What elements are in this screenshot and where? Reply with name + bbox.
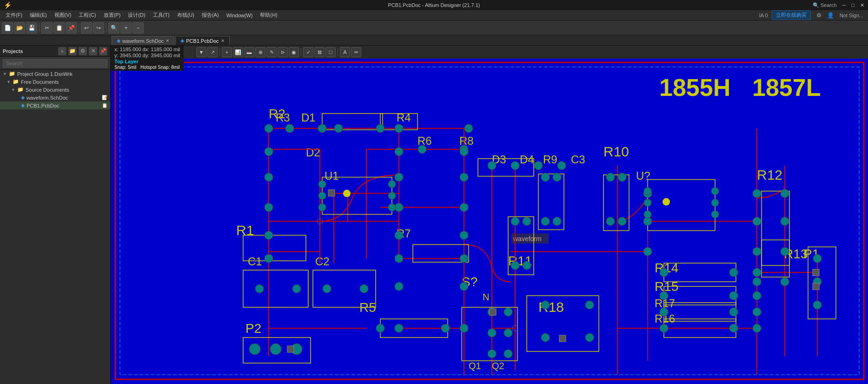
svg-point-98 [265, 173, 273, 182]
menu-item-place[interactable]: 放置(P) [100, 11, 125, 20]
svg-point-189 [323, 284, 331, 293]
tree-item-pcb1-pcbdoc[interactable]: ▶ ◈ PCB1.PcbDoc 📋 [0, 101, 110, 109]
svg-point-139 [523, 261, 531, 269]
pcb-chart-button[interactable]: 📊 [233, 47, 243, 57]
svg-point-137 [523, 217, 531, 226]
svg-point-165 [318, 204, 326, 211]
copy-button[interactable]: 📋 [53, 22, 65, 34]
pcb-drc-button[interactable]: ⊠ [314, 47, 325, 57]
main-content: Projects + 📁 ⚙ ✕ 📌 ▼ 📁 Project Group 1.D… [0, 46, 868, 384]
svg-point-107 [395, 148, 403, 156]
menu-item-design[interactable]: 设计(D) [124, 11, 149, 20]
svg-point-169 [644, 188, 651, 195]
pcb-net-button[interactable]: ↗ [207, 47, 218, 57]
open-file-button[interactable]: 📂 [14, 22, 25, 34]
svg-point-118 [460, 173, 468, 182]
undo-button[interactable]: ↩ [81, 22, 92, 34]
svg-text:U?: U? [636, 169, 650, 182]
tree-file-icon-waveform: 📝 [102, 95, 107, 100]
zoom-button[interactable]: 🔍 [108, 22, 119, 34]
pcb-text-button[interactable]: A [340, 47, 350, 57]
pcb-via-button[interactable]: ◉ [289, 47, 299, 57]
zoom-out-button[interactable]: − [133, 22, 144, 34]
pcb-rect-button[interactable]: ▬ [244, 47, 254, 57]
svg-point-193 [541, 301, 550, 309]
svg-point-119 [460, 203, 468, 212]
svg-point-133 [618, 173, 626, 182]
svg-point-191 [376, 324, 384, 332]
svg-point-104 [334, 124, 343, 133]
svg-rect-203 [813, 283, 819, 290]
tab-pcb1-close[interactable]: ✕ [221, 38, 225, 43]
sidebar-new-button[interactable]: + [58, 47, 66, 55]
svg-text:R9: R9 [543, 153, 557, 166]
pcb-3d-button[interactable]: □ [325, 47, 336, 57]
tab-pcb1-pcbdoc[interactable]: ◈ PCB1.PcbDoc ✕ [175, 36, 229, 45]
tree-label-waveform: waveform.SchDoc [27, 95, 68, 101]
svg-point-158 [488, 350, 496, 358]
redo-button[interactable]: ↪ [93, 22, 104, 34]
menu-item-tools[interactable]: 工具(T) [149, 11, 173, 20]
toolbar-separator-3 [106, 23, 106, 33]
menu-item-project[interactable]: 工程(C) [75, 11, 99, 20]
pcb-add-button[interactable]: + [222, 47, 232, 57]
menu-item-help[interactable]: 帮助(H) [256, 11, 281, 20]
tab-waveform-schdoc[interactable]: ◈ waveform.SchDoc ✕ [112, 36, 174, 45]
tab-waveform-close[interactable]: ✕ [166, 38, 169, 43]
pcb-canvas[interactable]: 1855H 1857L R3 D1 R4 R6 R8 D2 R2 D3 D4 [111, 59, 868, 384]
tree-icon-waveform: ◈ [21, 94, 25, 101]
settings-icon[interactable]: ⚙ [814, 12, 824, 19]
title-bar-title: PCB1.PcbDoc - Altium Designer (21.7.1) [143, 2, 725, 8]
pcb-component-button[interactable]: ⊕ [255, 47, 265, 57]
menu-item-file[interactable]: 文件(F) [2, 11, 26, 20]
save-button[interactable]: 💾 [26, 22, 37, 34]
svg-text:P2: P2 [245, 321, 261, 336]
menu-item-view[interactable]: 视图(V) [51, 11, 75, 20]
tab-waveform-icon: ◈ [117, 38, 120, 44]
tree-item-project-group[interactable]: ▼ 📁 Project Group 1.DsnWrk [0, 70, 110, 78]
svg-point-147 [781, 189, 789, 198]
sidebar-icon-group: + 📁 ⚙ ✕ 📌 [58, 47, 107, 55]
pcb-check-button[interactable]: ✓ [303, 47, 313, 57]
menu-item-window[interactable]: Window(W) [223, 12, 257, 19]
sidebar-search-input[interactable] [3, 59, 107, 67]
online-purchase-button[interactable]: 立即在线购买 [772, 10, 811, 20]
tab-bar: ◈ waveform.SchDoc ✕ ◈ PCB1.PcbDoc ✕ [0, 35, 868, 46]
menu-item-report[interactable]: 报告(A) [198, 11, 223, 20]
pcb-area[interactable]: x: 1185.000 dx: 1185.000 mil y: 3945.000… [111, 46, 868, 384]
menu-item-edit[interactable]: 编辑(E) [26, 11, 51, 20]
tree-file-icon-pcb1: 📋 [102, 103, 107, 108]
paste-button[interactable]: 📌 [66, 22, 77, 34]
pcb-draw-button[interactable]: ✎ [266, 47, 277, 57]
svg-point-113 [395, 324, 403, 332]
tree-label-free-docs: Free Documents [21, 79, 59, 85]
sidebar-settings-button[interactable]: ⚙ [79, 47, 87, 55]
pcb-measure-button[interactable]: ⊳ [278, 47, 288, 57]
cut-button[interactable]: ✂ [41, 22, 53, 34]
svg-point-114 [418, 145, 426, 154]
new-file-button[interactable]: 📄 [2, 22, 13, 34]
pcb-pen-button[interactable]: ✏ [351, 47, 361, 57]
svg-rect-200 [490, 309, 496, 315]
zoom-in-button[interactable]: + [120, 22, 132, 34]
sidebar-pin-button[interactable]: 📌 [99, 47, 107, 55]
svg-point-117 [460, 148, 468, 156]
svg-text:Q2: Q2 [492, 361, 504, 371]
maximize-button[interactable]: □ [851, 2, 855, 8]
sidebar-folder-button[interactable]: 📁 [68, 47, 77, 55]
svg-point-175 [660, 268, 668, 276]
tree-item-source-docs[interactable]: ▼ 📁 Source Documents [0, 86, 110, 94]
menu-bar: 文件(F) 编辑(E) 视图(V) 工程(C) 放置(P) 设计(D) 工具(T… [0, 10, 868, 20]
minimize-button[interactable]: ─ [842, 2, 846, 8]
svg-point-164 [318, 192, 326, 200]
tree-item-waveform-schdoc[interactable]: ▶ ◈ waveform.SchDoc 📝 [0, 94, 110, 101]
svg-point-141 [643, 217, 652, 226]
tree-item-free-docs[interactable]: ▼ 📁 Free Documents [0, 78, 110, 86]
svg-text:R10: R10 [603, 144, 629, 159]
sidebar-close-button[interactable]: ✕ [89, 47, 97, 55]
user-icon[interactable]: 👤 [824, 12, 837, 19]
close-button[interactable]: ✕ [860, 2, 864, 8]
menu-item-route[interactable]: 布线(U) [173, 11, 198, 20]
svg-point-134 [606, 217, 615, 226]
pcb-filter-button[interactable]: ▼ [196, 47, 206, 57]
